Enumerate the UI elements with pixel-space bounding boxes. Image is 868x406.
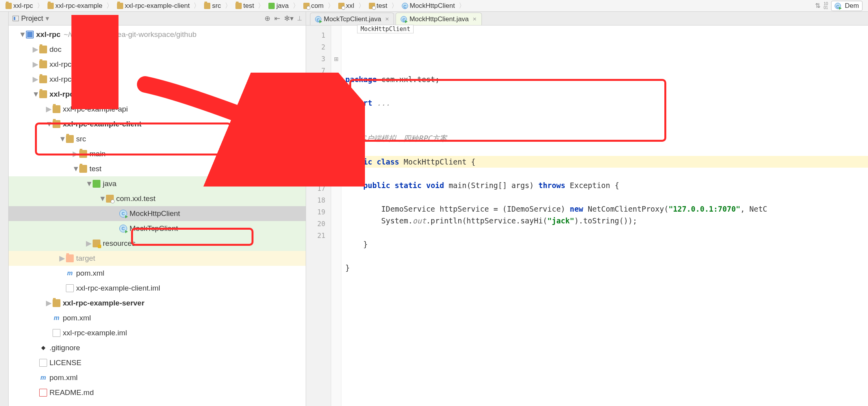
- code-line[interactable]: IDemoService httpService = (IDemoService…: [345, 203, 868, 215]
- tree-row[interactable]: MockHttpClient: [9, 206, 306, 221]
- tree-arrow-icon[interactable]: ▶: [46, 102, 52, 117]
- pkg-icon: [303, 3, 310, 9]
- tree-row[interactable]: ▶xxl-rpc-admin: [9, 57, 306, 72]
- collapse-icon[interactable]: ⇤: [274, 14, 280, 23]
- tree-arrow-icon[interactable]: ▶: [32, 72, 38, 87]
- tree-row[interactable]: ▼test: [9, 161, 306, 176]
- code-line[interactable]: }: [345, 238, 868, 250]
- project-tool-tab[interactable]: [0, 12, 9, 406]
- file-icon: [66, 284, 74, 292]
- breadcrumb-item[interactable]: com: [300, 2, 327, 10]
- gutter-marker: [331, 41, 341, 53]
- tree-label: LICENSE: [49, 355, 81, 370]
- gutter-marker: [331, 159, 341, 171]
- tree-row[interactable]: ▶xxl-rpc-example-server: [9, 296, 306, 311]
- breadcrumb-item[interactable]: test: [232, 2, 257, 10]
- code-line[interactable]: *: [345, 144, 868, 156]
- editor-breadcrumb[interactable]: MockHttpClient: [357, 25, 414, 33]
- breadcrumb-item[interactable]: src: [201, 2, 224, 10]
- code-line[interactable]: import ...: [345, 97, 868, 109]
- tree-row[interactable]: LICENSE: [9, 355, 306, 370]
- close-icon[interactable]: ×: [473, 15, 477, 23]
- code-line[interactable]: System.out.println(httpService.sayHi("ja…: [345, 215, 868, 227]
- tree-row[interactable]: ◆.gitignore: [9, 340, 306, 355]
- tree-arrow-icon[interactable]: ▶: [59, 251, 65, 266]
- tree-arrow-icon[interactable]: ▼: [72, 161, 78, 176]
- code-line[interactable]: [345, 168, 868, 179]
- tree-row[interactable]: ▶resources: [9, 236, 306, 251]
- code-line[interactable]: [345, 191, 868, 203]
- tree-row[interactable]: ▼java: [9, 176, 306, 191]
- breadcrumb-item[interactable]: xxl-rpc-example-client: [114, 2, 193, 10]
- tree-label: resources: [103, 236, 135, 251]
- tree-row[interactable]: ▼xxl-rpc-example: [9, 87, 306, 102]
- folder-icon: [79, 150, 87, 158]
- tree-label: xxl-rpc-example-server: [63, 296, 144, 311]
- code-line[interactable]: [345, 109, 868, 121]
- code-line[interactable]: [345, 85, 868, 97]
- tree-row[interactable]: ▶xxl-rpc-example-api: [9, 102, 306, 117]
- tree-label: pom.xml: [63, 311, 91, 326]
- tree-arrow-icon[interactable]: ▶: [86, 236, 92, 251]
- chevron-right-icon: 〉: [193, 1, 200, 10]
- tree-arrow-icon[interactable]: ▶: [32, 57, 38, 72]
- code-content[interactable]: MockHttpClient package com.xxl.test; imp…: [341, 26, 868, 406]
- tree-arrow-icon[interactable]: ▼: [32, 87, 38, 102]
- code-line[interactable]: /**: [345, 121, 868, 132]
- tree-arrow-icon[interactable]: ▶: [46, 296, 52, 311]
- tree-row[interactable]: ▶xxl-rpc-core: [9, 72, 306, 87]
- tree-arrow-icon[interactable]: ▼: [99, 191, 105, 206]
- tree-row[interactable]: xxl-rpc-example-client.iml: [9, 281, 306, 296]
- code-line[interactable]: [345, 250, 868, 262]
- tree-root[interactable]: ▼ xxl-rpc ~/workspaces/idea-git-workspac…: [9, 27, 306, 42]
- tree-row[interactable]: mpom.xml: [9, 370, 306, 385]
- folder-icon: [39, 75, 47, 83]
- md-icon: [39, 389, 47, 397]
- close-icon[interactable]: ×: [385, 15, 389, 23]
- project-tree[interactable]: ▼ xxl-rpc ~/workspaces/idea-git-workspac…: [9, 26, 306, 406]
- code-line[interactable]: public class MockHttpClient {: [345, 156, 868, 168]
- folder-icon: [117, 3, 123, 9]
- tree-row[interactable]: README.md: [9, 385, 306, 400]
- tree-arrow-icon[interactable]: ▼: [46, 117, 52, 132]
- gutter-marker[interactable]: ▶: [331, 135, 341, 147]
- breadcrumb-item[interactable]: test: [366, 2, 390, 10]
- tree-row[interactable]: ▶target: [9, 251, 306, 266]
- code-line[interactable]: [345, 227, 868, 238]
- tree-row[interactable]: ▼com.xxl.test: [9, 191, 306, 206]
- dropdown-icon[interactable]: ▾: [46, 14, 49, 23]
- gutter-marker[interactable]: ▶: [331, 112, 341, 124]
- tree-arrow-icon[interactable]: ▶: [72, 146, 78, 161]
- code-line[interactable]: package com.xxl.test;: [345, 73, 868, 85]
- folder-icon: [53, 120, 60, 128]
- tree-arrow-icon[interactable]: ▼: [59, 132, 65, 146]
- breadcrumb-item[interactable]: java: [265, 2, 292, 10]
- tree-arrow-icon[interactable]: ▶: [32, 42, 38, 57]
- tree-label: MockHttpClient: [129, 206, 180, 221]
- line-number-gutter: 123789101112131415161718192021: [306, 26, 331, 406]
- breadcrumb-item[interactable]: xxl-rpc: [2, 2, 36, 10]
- binary-icon[interactable]: 1001: [824, 2, 828, 10]
- sort-icon[interactable]: ⇅: [815, 2, 821, 10]
- breadcrumb-item[interactable]: xxl-rpc-example: [44, 2, 106, 10]
- tree-arrow-icon[interactable]: ▼: [86, 176, 92, 191]
- tree-row[interactable]: ▼src: [9, 132, 306, 146]
- tree-row[interactable]: mpom.xml: [9, 311, 306, 326]
- tree-row[interactable]: xxl-rpc-example.iml: [9, 326, 306, 340]
- locate-icon[interactable]: ⊕: [264, 14, 270, 23]
- tree-row[interactable]: ▼xxl-rpc-example-client: [9, 117, 306, 132]
- gear-icon[interactable]: ✻▾: [284, 14, 294, 23]
- breadcrumb-item[interactable]: xxl: [335, 2, 357, 10]
- resfolder-icon: [93, 240, 100, 247]
- code-line[interactable]: public static void main(String[] args) t…: [345, 179, 868, 191]
- tree-row[interactable]: ▶main: [9, 146, 306, 161]
- tree-row[interactable]: mpom.xml: [9, 266, 306, 281]
- code-line[interactable]: }: [345, 262, 868, 274]
- run-config-dropdown[interactable]: Dem: [831, 1, 863, 11]
- breadcrumb-item[interactable]: MockHttpClient: [399, 2, 458, 10]
- tree-row[interactable]: MockTcpClient: [9, 221, 306, 236]
- code-line[interactable]: * 客户端模拟，四种RPC方案: [345, 132, 868, 144]
- tree-row[interactable]: ▶doc: [9, 42, 306, 57]
- hide-icon[interactable]: ⟂: [297, 14, 302, 23]
- code-line[interactable]: [345, 274, 868, 285]
